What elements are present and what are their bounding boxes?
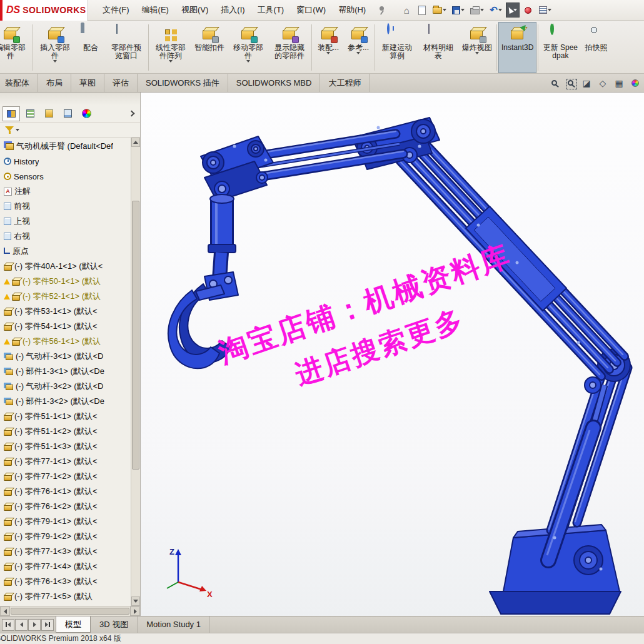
featuremanager-tree-tab[interactable]	[3, 106, 20, 121]
tree-item-front-plane[interactable]: 前视	[0, 199, 140, 214]
tree-item[interactable]: (-) 零件79-1<2> (默认<	[0, 529, 140, 544]
print-button[interactable]	[468, 3, 486, 18]
tree-item[interactable]: (-) 零件79-1<1> (默认<	[0, 514, 140, 529]
tab-motion-study-1[interactable]: Motion Study 1	[138, 616, 210, 633]
scrollbar-thumb[interactable]	[11, 608, 129, 615]
tree-item[interactable]: (-) 零件51-1<1> (默认<	[0, 409, 140, 424]
model-3d[interactable]	[141, 93, 644, 616]
new-document-button[interactable]	[415, 3, 429, 18]
tab-engineer[interactable]: 大工程师	[320, 74, 370, 92]
dimxpert-manager-tab[interactable]	[59, 106, 76, 121]
scroll-down-button[interactable]	[131, 596, 140, 606]
ribbon-button-insert-component[interactable]: 插入零部件	[34, 22, 76, 73]
tab-solidworks-add-ins[interactable]: SOLIDWORKS 插件	[138, 74, 228, 92]
tab-evaluate[interactable]: 评估	[104, 74, 138, 92]
tree-item[interactable]: (-) 零件76-1<2> (默认<	[0, 499, 140, 514]
tree-item-root[interactable]: 气动机械手臂 (Default<Def	[0, 139, 140, 154]
menu-tools[interactable]: 工具(T)	[251, 0, 291, 20]
tree-item-sensors[interactable]: Sensors	[0, 169, 140, 184]
ribbon-button-instant3d[interactable]: Instant3D	[498, 22, 536, 73]
menu-edit[interactable]: 编辑(E)	[136, 0, 175, 20]
tree-horizontal-scrollbar[interactable]	[0, 606, 140, 616]
tree-item[interactable]: (-) 零件51-1<2> (默认<	[0, 424, 140, 439]
first-tab-button[interactable]	[2, 619, 14, 631]
open-document-button[interactable]	[431, 3, 448, 18]
ribbon-button-assembly-features[interactable]: 装配...	[313, 22, 343, 73]
tree-item-origin[interactable]: 原点	[0, 244, 140, 259]
tree-item[interactable]: (-) 零件77-1<3> (默认<	[0, 544, 140, 559]
tree-item[interactable]: (-) 零件77-1<5> (默认	[0, 589, 140, 604]
tree-item[interactable]: (-) 气动杆-3<1> (默认<D	[0, 349, 140, 364]
zoom-to-fit-icon[interactable]	[548, 77, 560, 89]
ribbon-button-move-component[interactable]: 移动零部件	[228, 22, 269, 73]
previous-tab-button[interactable]	[15, 619, 28, 631]
tree-item[interactable]: (-) 部件1-3<1> (默认<De	[0, 364, 140, 379]
menu-file[interactable]: 文件(F)	[96, 0, 136, 20]
ribbon-button-update-speedpak[interactable]: 更新 Speedpak	[540, 22, 581, 73]
ribbon-button-linear-component-pattern[interactable]: 线性零部件阵列	[150, 22, 191, 73]
tab-layout[interactable]: 布局	[38, 74, 71, 92]
tree-item-annotations[interactable]: A注解	[0, 184, 140, 199]
tree-item-right-plane[interactable]: 右视	[0, 229, 140, 244]
tab-sketch[interactable]: 草图	[71, 74, 104, 92]
tree-item-top-plane[interactable]: 上视	[0, 214, 140, 229]
tree-item-history[interactable]: History	[0, 154, 140, 169]
ribbon-button-new-motion-study[interactable]: 新建运动算例	[376, 22, 418, 73]
edit-appearance-icon[interactable]	[629, 77, 641, 89]
tree-item[interactable]: (-) 零件77-1<2> (默认<	[0, 469, 140, 484]
zoom-to-area-icon[interactable]	[564, 77, 576, 89]
tab-3d-views[interactable]: 3D 视图	[91, 616, 138, 633]
ribbon-button-component-preview-window[interactable]: 零部件预览窗口	[106, 22, 147, 73]
graphics-viewport[interactable]: 淘宝店铺：机械资料库 进店搜索更多 Z X	[141, 93, 644, 616]
scrollbar-thumb[interactable]	[132, 201, 139, 470]
tree-item[interactable]: (-) 部件1-3<2> (默认<De	[0, 394, 140, 409]
filter-funnel-icon[interactable]	[5, 126, 14, 134]
tree-item[interactable]: (-) 零件77-1<1> (默认<	[0, 454, 140, 469]
ribbon-button-take-snapshot[interactable]: 拍快照	[581, 22, 611, 73]
menu-view[interactable]: 视图(V)	[175, 0, 214, 20]
tree-item[interactable]: (-) 零件50-1<1> (默认	[0, 274, 140, 289]
tab-solidworks-mbd[interactable]: SOLIDWORKS MBD	[228, 74, 321, 92]
tree-item[interactable]: (-) 零件52-1<1> (默认	[0, 289, 140, 304]
ribbon-button-bill-of-materials[interactable]: 材料明细表	[418, 22, 459, 73]
menu-insert[interactable]: 插入(I)	[214, 0, 251, 20]
panel-expand-chevron-icon[interactable]	[129, 111, 135, 117]
ribbon-button-edit-component[interactable]: 编辑零部件	[0, 22, 31, 73]
tree-item[interactable]: (-) 零件77-1<4> (默认<	[0, 559, 140, 574]
tree-item[interactable]: (-) 气动杆-3<2> (默认<D	[0, 379, 140, 394]
tab-model[interactable]: 模型	[56, 616, 91, 633]
undo-button[interactable]	[488, 3, 504, 18]
property-manager-tab[interactable]	[21, 106, 39, 121]
tree-vertical-scrollbar[interactable]	[131, 138, 140, 606]
ribbon-button-exploded-view[interactable]: 爆炸视图	[459, 22, 495, 73]
last-tab-button[interactable]	[41, 619, 54, 631]
tree-item[interactable]: (-) 零件76-1<1> (默认<	[0, 484, 140, 499]
section-view-icon[interactable]	[580, 77, 593, 89]
display-manager-tab[interactable]	[78, 106, 95, 121]
display-style-icon[interactable]	[613, 77, 625, 89]
chevron-down-icon[interactable]	[16, 129, 19, 131]
select-tool-button[interactable]	[506, 3, 520, 18]
pin-icon[interactable]	[377, 5, 387, 15]
tab-assembly[interactable]: 装配体	[0, 74, 38, 92]
home-button[interactable]	[400, 3, 413, 18]
view-orientation-icon[interactable]	[596, 77, 609, 89]
next-tab-button[interactable]	[28, 619, 41, 631]
scroll-right-button[interactable]	[130, 606, 140, 616]
tree-item[interactable]: (-) 零件54-1<1> (默认<	[0, 319, 140, 334]
record-button[interactable]	[521, 3, 535, 18]
tree-item[interactable]: (-) 零件40A-1<1> (默认<	[0, 259, 140, 274]
save-button[interactable]	[450, 3, 466, 18]
tree-item[interactable]: (-) 零件56-1<1> (默认	[0, 334, 140, 349]
tree-item[interactable]: (-) 零件51-1<3> (默认<	[0, 439, 140, 454]
properties-button[interactable]	[537, 3, 553, 18]
ribbon-button-show-hidden-components[interactable]: 显示隐藏的零部件	[269, 22, 310, 73]
tree-item[interactable]: (-) 零件76-1<3> (默认<	[0, 574, 140, 589]
menu-window[interactable]: 窗口(W)	[290, 0, 332, 20]
tree-item[interactable]: (-) 零件53-1<1> (默认<	[0, 304, 140, 319]
ribbon-button-mate[interactable]: 配合	[76, 22, 106, 73]
configuration-manager-tab[interactable]	[40, 106, 58, 121]
scroll-up-button[interactable]	[131, 138, 140, 147]
scroll-left-button[interactable]	[0, 606, 10, 616]
ribbon-button-smart-fasteners[interactable]: 智能扣件	[191, 22, 228, 73]
